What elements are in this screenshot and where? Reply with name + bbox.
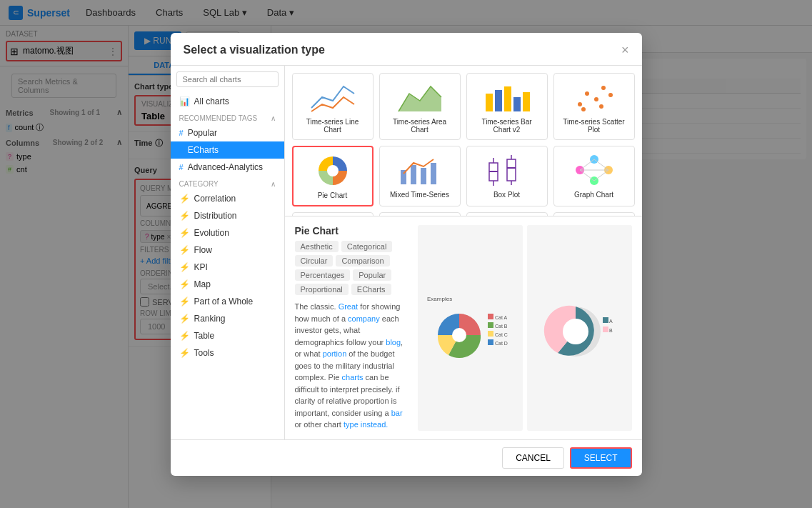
chart-card-scatter[interactable]: Time-series Scatter Plot xyxy=(553,73,635,140)
cancel-button[interactable]: CANCEL xyxy=(502,447,564,469)
svg-rect-75 xyxy=(603,317,608,323)
svg-rect-77 xyxy=(603,327,608,332)
svg-point-14 xyxy=(327,165,339,176)
modal-search-input[interactable] xyxy=(176,71,279,87)
modal-close-button[interactable]: × xyxy=(621,43,629,58)
svg-rect-17 xyxy=(421,168,426,184)
svg-text:Examples: Examples xyxy=(427,296,452,302)
svg-rect-4 xyxy=(513,97,521,111)
svg-rect-69 xyxy=(488,331,493,337)
nav-popular[interactable]: #Popular xyxy=(171,124,284,141)
pie-example-2: A B xyxy=(527,225,632,431)
viz-type-modal: Select a visualization type × 📊All chart… xyxy=(171,33,642,476)
svg-point-9 xyxy=(601,86,606,90)
nav-section-recommended: Recommended tags∧ xyxy=(171,110,284,124)
nav-advanced[interactable]: #Advanced-Analytics xyxy=(171,159,284,176)
svg-line-34 xyxy=(580,170,594,181)
tag-popular[interactable]: Popular xyxy=(353,269,391,281)
pie-info: Pie Chart Aesthetic Categorical Circular… xyxy=(295,225,409,431)
tag-percentages[interactable]: Percentages xyxy=(295,269,351,281)
chart-card-timeseries-line[interactable]: Time-series Line Chart xyxy=(292,73,374,140)
svg-text:Cat C: Cat C xyxy=(495,332,508,337)
svg-point-64 xyxy=(452,328,466,342)
chart-card-graph[interactable]: Graph Chart xyxy=(553,146,635,206)
modal-header: Select a visualization type × xyxy=(171,33,642,66)
modal-body: 📊All charts Recommended tags∧ #Popular #… xyxy=(171,66,642,439)
svg-rect-3 xyxy=(504,86,511,111)
modal-title: Select a visualization type xyxy=(184,44,325,56)
svg-rect-18 xyxy=(431,163,436,184)
modal-right-panel: Time-series Line Chart Time-series Area … xyxy=(285,66,642,439)
nav-tools[interactable]: ⚡Tools xyxy=(171,344,284,362)
pie-description: The classic. Great for showing how much … xyxy=(295,301,409,431)
svg-rect-23 xyxy=(507,159,516,181)
modal-left-nav: 📊All charts Recommended tags∧ #Popular #… xyxy=(171,66,285,439)
nav-kpi[interactable]: ⚡KPI xyxy=(171,259,284,276)
chart-card-pie[interactable]: Pie Chart xyxy=(292,146,374,206)
nav-map[interactable]: ⚡Map xyxy=(171,276,284,293)
svg-line-33 xyxy=(594,170,608,181)
svg-rect-67 xyxy=(488,322,493,328)
select-button[interactable]: SELECT xyxy=(570,447,632,469)
svg-line-32 xyxy=(594,159,608,170)
chart-card-area[interactable]: Time-series Area Chart xyxy=(379,73,461,140)
tag-aesthetic[interactable]: Aesthetic xyxy=(295,241,339,252)
nav-ranking[interactable]: ⚡Ranking xyxy=(171,310,284,327)
chart-label-mixed: Mixed Time-Series xyxy=(390,191,449,199)
charts-grid: Time-series Line Chart Time-series Area … xyxy=(285,66,642,216)
tag-echarts[interactable]: ECharts xyxy=(351,284,391,295)
tag-comparison[interactable]: Comparison xyxy=(336,255,389,267)
svg-rect-71 xyxy=(488,339,493,345)
modal-bottom: Pie Chart Aesthetic Categorical Circular… xyxy=(285,216,642,439)
pie-tags: Aesthetic Categorical Circular Compariso… xyxy=(295,241,409,295)
svg-point-10 xyxy=(608,93,613,97)
chart-card-bar-v2[interactable]: Time-series Bar Chart v2 xyxy=(466,73,548,140)
svg-text:A: A xyxy=(609,319,613,324)
svg-rect-16 xyxy=(411,165,416,184)
chart-card-boxplot[interactable]: Box Plot xyxy=(466,146,548,206)
svg-point-11 xyxy=(581,107,586,111)
svg-point-12 xyxy=(599,104,603,109)
modal-overlay[interactable]: Select a visualization type × 📊All chart… xyxy=(0,0,812,508)
svg-rect-1 xyxy=(486,94,493,111)
chart-label-timeseries-line: Time-series Line Chart xyxy=(299,118,367,134)
svg-text:Cat B: Cat B xyxy=(495,324,508,329)
nav-table[interactable]: ⚡Table xyxy=(171,327,284,344)
tag-proportional[interactable]: Proportional xyxy=(295,284,349,295)
chart-label-bar-v2: Time-series Bar Chart v2 xyxy=(473,118,541,134)
tag-circular[interactable]: Circular xyxy=(295,255,334,267)
chart-label-graph: Graph Chart xyxy=(574,191,613,199)
tag-categorical[interactable]: Categorical xyxy=(341,241,393,252)
pie-chart-title: Pie Chart xyxy=(295,225,409,236)
pie-examples: Examples Cat A xyxy=(418,225,632,431)
chart-label-pie: Pie Chart xyxy=(318,191,348,199)
svg-rect-65 xyxy=(488,314,493,319)
chart-label-scatter: Time-series Scatter Plot xyxy=(560,118,628,134)
nav-section-category: Category∧ xyxy=(171,176,284,190)
chart-label-area: Time-series Area Chart xyxy=(386,118,454,134)
nav-all-charts[interactable]: 📊All charts xyxy=(171,93,284,110)
svg-point-6 xyxy=(578,102,582,106)
svg-line-31 xyxy=(580,159,594,170)
nav-distribution[interactable]: ⚡Distribution xyxy=(171,207,284,224)
svg-point-7 xyxy=(585,91,589,96)
nav-partofa[interactable]: ⚡Part of a Whole xyxy=(171,293,284,310)
nav-correlation[interactable]: ⚡Correlation xyxy=(171,190,284,207)
svg-rect-5 xyxy=(523,92,530,111)
chart-card-mixed[interactable]: Mixed Time-Series xyxy=(379,146,461,206)
svg-text:Cat A: Cat A xyxy=(495,315,507,320)
nav-evolution[interactable]: ⚡Evolution xyxy=(171,224,284,241)
chart-label-boxplot: Box Plot xyxy=(493,191,520,199)
svg-text:B: B xyxy=(609,328,613,333)
nav-echarts[interactable]: #ECharts xyxy=(171,141,284,159)
nav-flow[interactable]: ⚡Flow xyxy=(171,241,284,259)
svg-point-74 xyxy=(563,319,588,344)
svg-text:Cat D: Cat D xyxy=(495,341,508,346)
pie-example-1: Examples Cat A xyxy=(418,225,523,431)
svg-rect-2 xyxy=(495,90,502,111)
modal-footer: CANCEL SELECT xyxy=(171,439,642,476)
svg-point-8 xyxy=(594,97,598,101)
